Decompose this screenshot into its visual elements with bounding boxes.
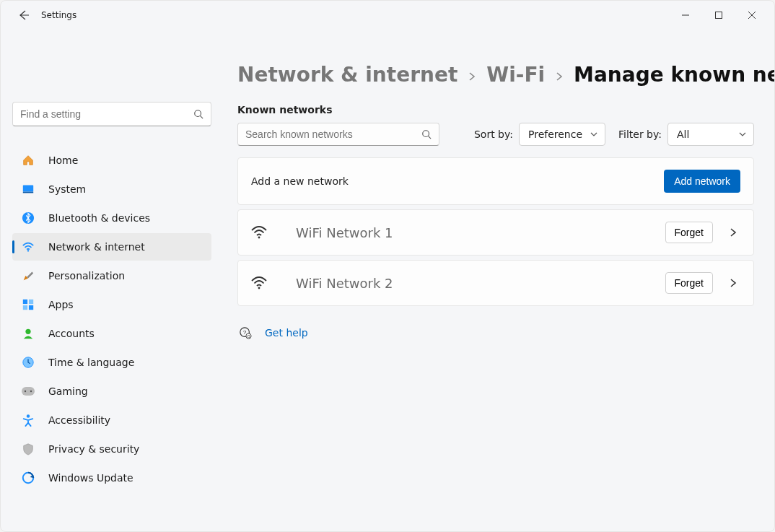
sidebar-item-personalization[interactable]: Personalization	[12, 262, 211, 289]
known-networks-title: Known networks	[237, 104, 754, 115]
sidebar-item-label: Apps	[48, 299, 74, 310]
main-content: Network & internet Wi-Fi Manage known ne…	[217, 30, 774, 531]
chevron-right-icon	[468, 72, 476, 81]
svg-point-5	[27, 250, 29, 251]
sidebar-item-label: System	[48, 183, 86, 195]
svg-rect-0	[716, 12, 722, 19]
gaming-icon	[21, 384, 35, 398]
back-button[interactable]	[17, 8, 31, 22]
update-icon	[21, 471, 35, 485]
sort-by-label: Sort by:	[474, 128, 513, 140]
network-details-button[interactable]	[726, 276, 740, 290]
breadcrumb-level1[interactable]: Network & internet	[237, 63, 457, 87]
network-name: WiFi Network 1	[296, 225, 393, 240]
help-icon: ?Q	[239, 326, 252, 339]
sidebar-item-home[interactable]: Home	[12, 147, 211, 174]
sidebar: Home System Bluetooth & devices	[1, 30, 217, 531]
system-icon	[21, 182, 35, 196]
accessibility-icon	[21, 413, 35, 427]
sidebar-item-windows-update[interactable]: Windows Update	[12, 464, 211, 492]
arrow-left-icon	[18, 9, 30, 21]
forget-button[interactable]: Forget	[665, 222, 713, 243]
minimize-button[interactable]	[669, 4, 702, 27]
search-icon	[193, 109, 203, 119]
sidebar-item-apps[interactable]: Apps	[12, 291, 211, 318]
add-network-title: Add a new network	[251, 175, 349, 187]
get-help-link[interactable]: Get help	[265, 327, 308, 339]
maximize-button[interactable]	[702, 4, 735, 27]
filter-by-value: All	[677, 128, 689, 140]
sidebar-item-label: Privacy & security	[48, 443, 139, 455]
network-details-button[interactable]	[726, 225, 740, 240]
chevron-down-icon	[739, 131, 746, 138]
breadcrumb-current: Manage known networks	[574, 63, 774, 87]
chevron-right-icon	[729, 279, 737, 287]
network-row[interactable]: WiFi Network 2 Forget	[237, 260, 754, 306]
home-icon	[21, 153, 35, 167]
settings-search-input[interactable]	[20, 108, 193, 120]
svg-rect-7	[29, 300, 33, 304]
svg-point-19	[258, 237, 260, 239]
forget-button[interactable]: Forget	[665, 272, 713, 294]
known-networks-search[interactable]	[237, 123, 439, 146]
accounts-icon	[21, 326, 35, 341]
network-name: WiFi Network 2	[296, 276, 393, 291]
sidebar-item-privacy[interactable]: Privacy & security	[12, 435, 211, 463]
wifi-icon	[251, 276, 267, 289]
titlebar: Settings	[1, 1, 774, 30]
svg-rect-9	[29, 305, 33, 310]
settings-search[interactable]	[12, 102, 211, 126]
sort-by-value: Preference	[528, 128, 582, 140]
bluetooth-icon	[21, 211, 35, 225]
sidebar-item-label: Windows Update	[48, 472, 133, 484]
search-icon	[421, 129, 432, 139]
known-networks-search-input[interactable]	[245, 128, 421, 140]
sidebar-item-system[interactable]: System	[12, 175, 211, 203]
sort-by-group: Sort by: Preference	[474, 123, 605, 146]
sidebar-item-accessibility[interactable]: Accessibility	[12, 406, 211, 434]
filter-by-label: Filter by:	[618, 128, 662, 140]
filter-by-select[interactable]: All	[667, 123, 754, 146]
sort-by-select[interactable]: Preference	[519, 123, 605, 146]
sidebar-item-bluetooth[interactable]: Bluetooth & devices	[12, 204, 211, 232]
shield-icon	[21, 442, 35, 456]
chevron-down-icon	[590, 131, 597, 138]
sidebar-item-label: Home	[48, 154, 78, 166]
wifi-icon	[251, 226, 267, 239]
sidebar-item-label: Bluetooth & devices	[48, 212, 150, 224]
svg-rect-2	[23, 186, 33, 192]
add-network-card: Add a new network Add network	[237, 157, 754, 205]
svg-rect-8	[23, 305, 27, 310]
filter-by-group: Filter by: All	[618, 123, 754, 146]
sidebar-item-label: Accounts	[48, 328, 95, 339]
network-row[interactable]: WiFi Network 1 Forget	[237, 209, 754, 256]
svg-rect-13	[22, 387, 35, 396]
close-button[interactable]	[735, 4, 769, 27]
sidebar-item-label: Time & language	[48, 357, 134, 368]
svg-point-1	[195, 110, 201, 117]
breadcrumb-level2[interactable]: Wi-Fi	[486, 63, 545, 87]
svg-point-16	[27, 414, 30, 418]
sidebar-item-label: Accessibility	[48, 414, 110, 426]
get-help-row: ?Q Get help	[239, 326, 754, 339]
sidebar-item-gaming[interactable]: Gaming	[12, 378, 211, 405]
sidebar-item-accounts[interactable]: Accounts	[12, 320, 211, 347]
svg-point-14	[25, 391, 26, 392]
add-network-button[interactable]: Add network	[664, 170, 740, 193]
close-icon	[748, 12, 756, 19]
paintbrush-icon	[21, 269, 35, 283]
sidebar-item-label: Personalization	[48, 270, 125, 282]
sidebar-item-label: Network & internet	[48, 241, 145, 253]
app-title: Settings	[41, 10, 76, 20]
sidebar-item-network[interactable]: Network & internet	[12, 233, 211, 261]
svg-point-20	[258, 287, 260, 289]
breadcrumb: Network & internet Wi-Fi Manage known ne…	[237, 63, 754, 87]
maximize-icon	[715, 12, 722, 19]
sidebar-item-time-language[interactable]: Time & language	[12, 349, 211, 376]
svg-point-10	[25, 329, 30, 334]
svg-text:Q: Q	[247, 334, 250, 339]
svg-point-15	[30, 391, 32, 392]
svg-rect-3	[23, 192, 33, 193]
apps-icon	[21, 297, 35, 312]
chevron-right-icon	[729, 228, 737, 237]
